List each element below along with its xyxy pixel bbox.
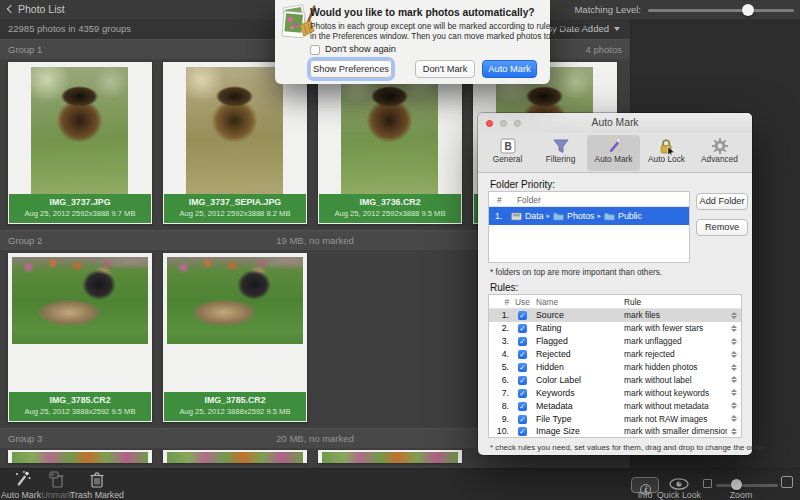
checkbox-checked[interactable]: ✓ [518, 415, 527, 424]
trash-icon [89, 471, 105, 488]
rule-row[interactable]: 2. ✓ Rating mark with fewer stars [489, 322, 741, 335]
photo-card[interactable]: IMG_3785.CR2 Aug 25, 2012 3888x2592 9.5 … [8, 253, 152, 422]
checkbox-checked[interactable]: ✓ [518, 337, 527, 346]
quick-look-label[interactable]: Quick Look [652, 490, 706, 500]
photo-thumbnail [167, 452, 303, 463]
path-separator-icon: ▸ [598, 212, 602, 220]
rule-stepper[interactable] [727, 351, 741, 358]
photo-count-stats: 22985 photos in 4359 groups [8, 23, 131, 34]
close-button[interactable] [486, 120, 493, 127]
checkbox-checked[interactable]: ✓ [518, 324, 527, 333]
bottom-toolbar: Auto Mark Unmark Trash Marked i [0, 468, 800, 500]
photo-card[interactable] [318, 450, 462, 463]
zoom-knob[interactable] [731, 479, 742, 490]
unmark-trash-icon [48, 471, 66, 488]
remove-button[interactable]: Remove [696, 219, 748, 236]
rule-row[interactable]: 8. ✓ Metadata mark without metadata [489, 399, 741, 412]
filter-icon [552, 137, 570, 155]
folder-priority-label: Folder Priority: [490, 179, 555, 190]
photo-card[interactable] [163, 450, 307, 463]
checkbox-checked[interactable]: ✓ [518, 350, 527, 359]
rule-row[interactable]: 1. ✓ Source mark files [489, 309, 741, 322]
checkbox-checked[interactable]: ✓ [518, 389, 527, 398]
add-folder-button[interactable]: Add Folder [696, 193, 748, 210]
rules-table-header: # Use Name Rule [489, 295, 741, 309]
rule-stepper[interactable] [727, 325, 741, 332]
zoom-label[interactable]: Zoom [716, 490, 766, 500]
rule-stepper[interactable] [727, 415, 741, 422]
folder-icon [604, 212, 615, 221]
rule-row[interactable]: 9. ✓ File Type mark not RAW images [489, 412, 741, 425]
dialog-body-line2: in the Preferences window. Then you can … [310, 31, 576, 41]
maximize-button[interactable] [514, 120, 521, 127]
matching-level-label: Matching Level: [563, 4, 641, 15]
folder-priority-note: * folders on top are more important than… [490, 268, 662, 277]
tab-general[interactable]: B General [481, 135, 534, 171]
group-name: Group 1 [8, 44, 42, 55]
rule-row[interactable]: 6. ✓ Color Label mark without label [489, 373, 741, 386]
tab-auto-lock[interactable]: Auto Lock [640, 135, 693, 171]
checkbox-checked[interactable]: ✓ [518, 427, 527, 436]
rule-stepper[interactable] [727, 428, 741, 435]
folder-row[interactable]: 1. Data ▸ Photos ▸ Public [489, 207, 689, 225]
general-icon: B [499, 137, 517, 155]
rule-row[interactable]: 3. ✓ Flagged mark unflagged [489, 335, 741, 348]
rule-stepper[interactable] [727, 376, 741, 383]
rule-row[interactable]: 10. ✓ Image Size mark with smaller dimen… [489, 425, 741, 438]
rule-row[interactable]: 5. ✓ Hidden mark hidden photos [489, 361, 741, 374]
photo-card[interactable]: IMG_3737_SEPIA.JPG Aug 25, 2012 2592x388… [163, 62, 307, 224]
photo-thumbnail [167, 257, 303, 344]
checkbox-checked[interactable]: ✓ [518, 363, 527, 372]
matching-level-slider[interactable] [648, 9, 794, 12]
dont-mark-button[interactable]: Don't Mark [415, 60, 475, 78]
auto-mark-confirm-button[interactable]: Auto Mark [482, 60, 537, 78]
zoom-in-icon [781, 476, 793, 488]
zoom-out-icon [703, 479, 712, 488]
minimize-button[interactable] [500, 120, 507, 127]
quick-look-button[interactable] [668, 477, 690, 491]
unmark-button[interactable] [48, 471, 66, 488]
tab-auto-mark[interactable]: Auto Mark [587, 135, 640, 171]
checkbox-checked[interactable]: ✓ [518, 402, 527, 411]
rule-stepper[interactable] [727, 389, 741, 396]
show-preferences-button[interactable]: Show Preferences [310, 60, 392, 78]
path-separator-icon: ▸ [547, 212, 551, 220]
chevron-left-icon [7, 5, 15, 13]
photo-label: IMG_3737.JPG Aug 25, 2012 2592x3888 9.7 … [9, 194, 151, 223]
back-button[interactable]: Photo List [8, 3, 65, 15]
photo-card[interactable]: IMG_3785.CR2 Aug 25, 2012 3888x2592 9.5 … [163, 253, 307, 422]
auto-mark-window: Auto Mark B General Filtering [478, 113, 752, 455]
photo-thumbnail [341, 67, 438, 195]
rule-stepper[interactable] [727, 364, 741, 371]
tab-advanced[interactable]: Advanced [693, 135, 746, 171]
matching-level-knob[interactable] [742, 4, 754, 16]
photo-card[interactable]: IMG_3737.JPG Aug 25, 2012 2592x3888 9.7 … [8, 62, 152, 224]
zoom-slider[interactable] [716, 484, 778, 487]
trash-marked-label[interactable]: Trash Marked [65, 490, 129, 500]
folder-icon [553, 212, 564, 221]
photo-label: IMG_3736.CR2 Aug 25, 2012 2592x3888 9.5 … [319, 194, 461, 223]
rule-stepper[interactable] [727, 312, 741, 319]
gear-icon [711, 137, 729, 155]
magic-wand-icon [605, 137, 623, 155]
preferences-tabs: B General Filtering Auto Mark [478, 133, 752, 173]
dont-show-again-checkbox[interactable] [310, 45, 320, 55]
checkbox-checked[interactable]: ✓ [518, 311, 527, 320]
photo-card[interactable] [8, 450, 152, 463]
magic-wand-icon [13, 471, 31, 488]
dialog-title: Would you like to mark photos automatica… [310, 7, 535, 18]
auto-mark-dialog: Would you like to mark photos automatica… [275, 0, 550, 84]
rule-row[interactable]: 7. ✓ Keywords mark without keywords [489, 386, 741, 399]
photo-card[interactable]: IMG_3736.CR2 Aug 25, 2012 2592x3888 9.5 … [318, 62, 462, 224]
rule-stepper[interactable] [727, 402, 741, 409]
checkbox-checked[interactable]: ✓ [518, 376, 527, 385]
auto-mark-button[interactable] [13, 471, 31, 488]
rule-stepper[interactable] [727, 338, 741, 345]
tab-filtering[interactable]: Filtering [534, 135, 587, 171]
photo-label: IMG_3785.CR2 Aug 25, 2012 3888x2592 9.5 … [164, 392, 306, 421]
rule-row[interactable]: 4. ✓ Rejected mark rejected [489, 348, 741, 361]
trash-marked-button[interactable] [89, 471, 105, 488]
app-root: 22985 photos in 4359 groups Sort by Date… [0, 0, 800, 500]
dont-show-again-label: Don't show again [325, 44, 396, 54]
eye-icon [668, 477, 690, 491]
